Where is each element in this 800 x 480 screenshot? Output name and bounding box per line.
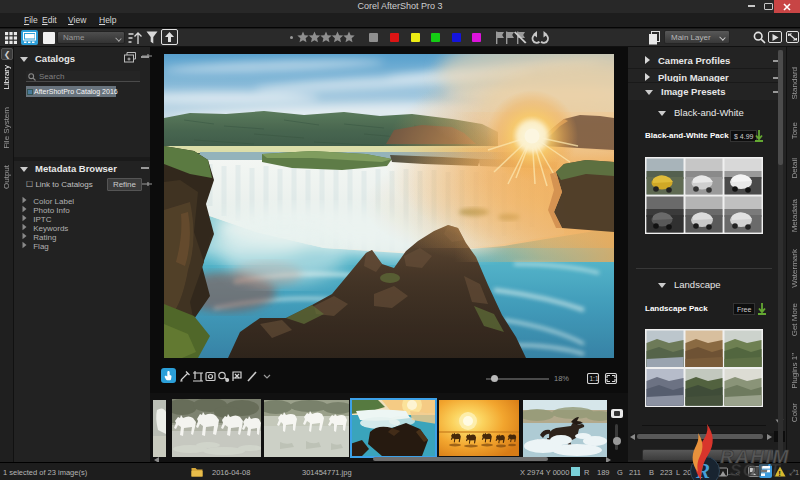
svg-text:!: ! [778,469,781,478]
svg-text:1:1: 1:1 [590,375,599,382]
